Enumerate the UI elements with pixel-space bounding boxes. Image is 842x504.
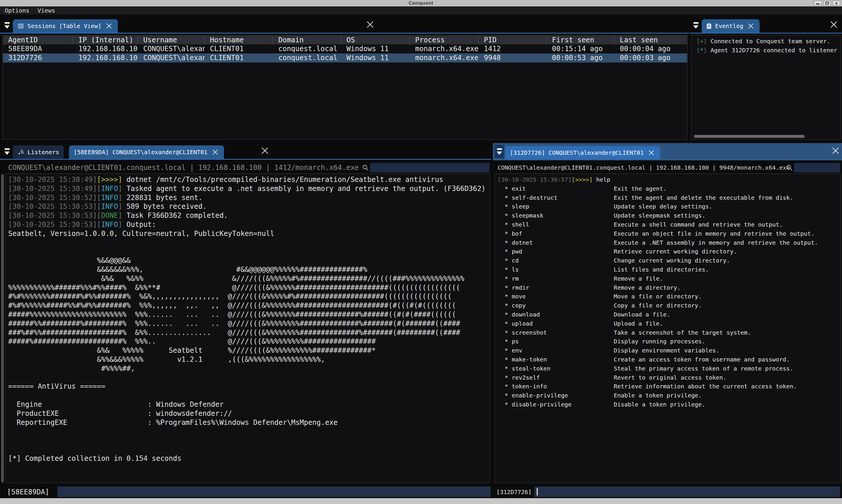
terminal-line: [*] Completed collection in 0.154 second…: [8, 454, 486, 463]
table-cell: 312D7726: [3, 53, 73, 62]
terminal-line: [+] Connected to Conquest team server.: [697, 37, 837, 46]
right-panel-dropdown[interactable]: [495, 145, 504, 158]
tab-sessions[interactable]: Sessions [Table View]: [13, 19, 118, 33]
column-header[interactable]: Username: [138, 36, 205, 44]
terminal-line: &%& %%%%% Seatbelt %////((((&%%%%%%%%%%#…: [8, 346, 486, 355]
terminal-line: #####%#####################% %%%.. @////…: [8, 337, 486, 346]
terminal-line: [8, 436, 486, 445]
column-header[interactable]: AgentID: [3, 36, 73, 44]
terminal-line: * make-token Create an access token from…: [498, 355, 818, 364]
chevron-down-icon: [4, 151, 10, 155]
terminal-line: [30-10-2025 15:30:49][INFO] Tasked agent…: [8, 184, 486, 193]
table-cell: 00:15:14 ago: [547, 44, 615, 53]
table-cell: 1412: [479, 44, 547, 53]
eventlog-panel-close-button[interactable]: [830, 20, 838, 30]
terminal-line: [30-10-2025 15:30:49][>>>>] dotnet /mnt/…: [8, 175, 486, 184]
column-header[interactable]: Last seen: [615, 36, 687, 44]
tab-agent-312D7726[interactable]: [312D7726] CONQUEST\alexander@CLIENT01: [505, 146, 660, 159]
terminal-line: * rm Remove a file.: [498, 274, 818, 283]
terminal-line: ###%##%%###################% &%%........…: [8, 328, 486, 337]
text-cursor: [537, 488, 538, 496]
table-cell: CLIENT01: [205, 44, 273, 53]
tab-eventlog-label: Eventlog: [715, 22, 743, 30]
terminal-line: * rmdir Remove a directory.: [498, 283, 818, 292]
menubar-items: OptionsViews: [0, 6, 842, 15]
terminal-line: * copy Copy a file or directory.: [498, 301, 818, 310]
tab-close-icon[interactable]: [647, 149, 655, 157]
terminal-line: * download Download a file.: [498, 310, 818, 319]
terminal-line: * exit Exit the agent.: [498, 184, 818, 193]
table-cell: 192.168.168.100: [73, 44, 138, 53]
minimize-icon: [816, 3, 820, 4]
tab-close-icon[interactable]: [105, 22, 113, 30]
column-header[interactable]: Process: [410, 36, 479, 44]
terminal-line: * steal-token Steal the primary access t…: [498, 364, 818, 373]
tab-close-icon[interactable]: [747, 22, 755, 30]
sessions-table-body: 58EE89DA192.168.168.100CONQUEST\alexande…: [3, 44, 687, 62]
left-command-input[interactable]: [57, 486, 491, 497]
close-window-button[interactable]: x: [832, 1, 840, 5]
terminal-line: [8, 427, 486, 436]
column-header[interactable]: PID: [479, 36, 547, 44]
titlebar[interactable]: Conquest x: [0, 0, 842, 6]
terminal-line: ######%%#########%#########% %%%...... .…: [8, 319, 486, 328]
table-row[interactable]: 58EE89DA192.168.168.100CONQUEST\alexande…: [3, 44, 687, 53]
terminal-line: * enable-privilege Enable a token privil…: [498, 391, 818, 400]
column-header[interactable]: Hostname: [205, 36, 273, 44]
table-cell: CONQUEST\alexander: [138, 53, 205, 62]
right-tabbar-underline: [493, 159, 842, 160]
bottom-edge: [0, 498, 842, 504]
menu-item[interactable]: Views: [37, 7, 55, 14]
left-panel-dropdown[interactable]: [2, 145, 12, 158]
table-cell: Windows 11: [341, 53, 410, 62]
maximize-icon: [825, 2, 829, 4]
terminal-line: #%%%%##,: [8, 364, 486, 373]
terminal-line: &%& %&%% &////(((&%%%%%#%###############…: [8, 274, 486, 283]
table-cell: 192.168.168.100: [73, 53, 138, 62]
maximize-button[interactable]: [823, 1, 831, 5]
eventlog-panel-dropdown[interactable]: [691, 19, 701, 32]
left-panel-close-button[interactable]: [261, 147, 269, 156]
sessions-panel-dropdown[interactable]: [2, 19, 12, 32]
tab-agent-label: [58EE89DA] CONQUEST\alexander@CLIENT01: [74, 149, 208, 156]
terminal-line: #%#%%%%%%%#######%#%%#######% %&%,,,,,,,…: [8, 292, 486, 301]
left-terminal-scrollbar[interactable]: [1, 174, 4, 482]
column-header[interactable]: First seen: [547, 36, 615, 44]
sessions-tabbar-underline: [0, 33, 689, 34]
terminal-line: * ls List files and directories.: [498, 265, 818, 274]
terminal-line: * move Move a file or directory.: [498, 292, 818, 301]
column-header[interactable]: Domain: [273, 36, 341, 44]
column-header[interactable]: OS: [341, 36, 410, 44]
column-header[interactable]: IP (Internal): [73, 36, 138, 44]
right-agent-status: CONQUEST\alexander@CLIENT01.conquest.loc…: [498, 163, 790, 172]
tab-close-icon[interactable]: [211, 148, 219, 156]
sessions-panel-close-button[interactable]: [366, 20, 374, 30]
terminal-line: [30-10-2025 15:30:53][DONE] Task F366D36…: [8, 211, 486, 220]
tab-eventlog[interactable]: Eventlog: [702, 19, 759, 33]
tab-agent-58EE89DA[interactable]: [58EE89DA] CONQUEST\alexander@CLIENT01: [69, 145, 224, 159]
tab-sessions-label: Sessions [Table View]: [28, 22, 101, 30]
terminal-line: Engine : Windows Defender: [8, 400, 486, 409]
menu-item[interactable]: Options: [5, 7, 29, 14]
right-command-input[interactable]: [534, 486, 840, 497]
right-panel-close-button[interactable]: [831, 147, 840, 156]
table-cell: CLIENT01: [205, 53, 273, 62]
table-cell: CONQUEST\alexander: [138, 44, 205, 53]
left-search-input[interactable]: [370, 163, 489, 172]
terminal-line: [8, 247, 486, 256]
terminal-line: * screenshot Take a screenshot of the ta…: [498, 328, 818, 337]
table-cell: 00:00:04 ago: [615, 44, 687, 53]
sessions-table: AgentIDIP (Internal)UsernameHostnameDoma…: [2, 35, 688, 140]
eventlog-horizontal-scrollbar[interactable]: [694, 135, 805, 138]
terminal-line: #####%%%%%%%%%%%%%%%%%%%%%%% %%%...... .…: [8, 310, 486, 319]
table-row[interactable]: 312D7726192.168.168.100CONQUEST\alexande…: [3, 53, 687, 62]
terminal-line: %&&@@@&&: [8, 256, 486, 265]
right-prompt-label: [312D7726]: [496, 487, 532, 497]
terminal-line: Seatbelt, Version=1.0.0.0, Culture=neutr…: [8, 229, 486, 238]
minimize-button[interactable]: [814, 1, 822, 5]
terminal-line: * shell Execute a shell command and retr…: [498, 220, 818, 229]
tab-listeners[interactable]: Listeners: [13, 145, 64, 159]
terminal-line: * pwd Retrieve current working directory…: [498, 247, 818, 256]
close-icon: x: [833, 1, 840, 5]
right-search-input[interactable]: [794, 163, 840, 172]
